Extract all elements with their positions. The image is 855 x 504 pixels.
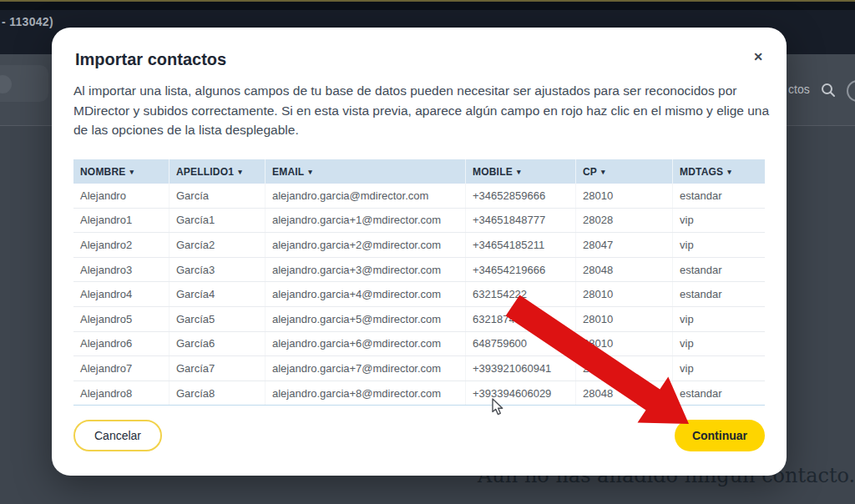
column-label: EMAIL <box>272 166 304 178</box>
table-row: Alejandro7García7alejandro.garcia+7@mdir… <box>73 356 765 381</box>
search-icon[interactable] <box>819 81 837 103</box>
table-cell: 28010 <box>575 332 672 356</box>
table-cell: vip <box>672 332 765 356</box>
table-row: Alejandro5García5alejandro.garcia+5@mdir… <box>73 307 765 332</box>
table-cell: alejandro.garcia+6@mdirector.com <box>265 332 465 356</box>
chevron-down-icon: ▾ <box>308 168 312 176</box>
table-cell: alejandro.garcia@mdirector.com <box>265 184 465 208</box>
table-header-row: NOMBRE▾APELLIDO1▾EMAIL▾MOBILE▾CP▾MDTAGS▾ <box>73 159 765 184</box>
table-cell: 6321874 <box>465 307 575 331</box>
column-label: MDTAGS <box>680 166 723 178</box>
column-header-mdtags[interactable]: MDTAGS▾ <box>672 159 765 184</box>
column-header-email[interactable]: EMAIL▾ <box>265 159 465 184</box>
table-cell: 28047 <box>575 233 672 257</box>
table-cell: García8 <box>169 381 265 406</box>
preview-table: NOMBRE▾APELLIDO1▾EMAIL▾MOBILE▾CP▾MDTAGS▾… <box>73 159 765 406</box>
chevron-down-icon: ▾ <box>517 168 521 176</box>
column-label: MOBILE <box>473 166 513 178</box>
table-cell: +34651848777 <box>465 209 575 233</box>
table-cell: estandar <box>672 282 765 306</box>
table-cell: 632154222 <box>465 282 575 306</box>
table-cell: alejandro.garcia+4@mdirector.com <box>265 282 465 306</box>
chevron-down-icon: ▾ <box>727 168 731 176</box>
table-row: Alejandro1García1alejandro.garcia+1@mdir… <box>73 209 765 234</box>
table-cell: vip <box>672 307 765 331</box>
table-cell: García3 <box>169 258 265 282</box>
table-cell: +34654219666 <box>465 258 575 282</box>
table-cell: García5 <box>169 307 265 331</box>
table-cell: García4 <box>169 282 265 306</box>
table-cell: vip <box>672 356 765 381</box>
table-cell: estandar <box>672 184 765 208</box>
table-row: AlejandroGarcíaalejandro.garcia@mdirecto… <box>73 184 765 209</box>
modal-title: Importar contactos <box>75 50 226 69</box>
table-cell: Alejandro5 <box>73 307 169 331</box>
table-cell: 28010 <box>575 184 672 208</box>
table-cell: estandar <box>672 258 765 282</box>
column-header-cp[interactable]: CP▾ <box>575 159 672 184</box>
column-header-apellido1[interactable]: APELLIDO1▾ <box>169 159 265 184</box>
table-row: Alejandro3García3alejandro.garcia+3@mdir… <box>73 258 765 283</box>
column-label: APELLIDO1 <box>176 166 234 178</box>
table-cell: 28048 <box>575 381 672 406</box>
table-cell: estandar <box>672 381 765 406</box>
table-cell: +34654185211 <box>465 233 575 257</box>
table-body: AlejandroGarcíaalejandro.garcia@mdirecto… <box>73 184 765 405</box>
table-cell: 28010 <box>575 282 672 306</box>
chevron-down-icon: ▾ <box>130 168 134 176</box>
table-cell: Alejandro6 <box>73 332 169 356</box>
table-cell: Alejandro7 <box>73 356 169 381</box>
table-cell: 28010 <box>575 307 672 331</box>
table-cell: alejandro.garcia+8@mdirector.com <box>265 381 465 406</box>
column-label: CP <box>583 166 597 178</box>
table-cell: alejandro.garcia+1@mdirector.com <box>265 209 465 233</box>
table-row: Alejandro4García4alejandro.garcia+4@mdir… <box>73 282 765 307</box>
table-row: Alejandro2García2alejandro.garcia+2@mdir… <box>73 233 765 258</box>
top-black-bar <box>0 2 855 10</box>
table-cell: Alejandro <box>73 184 169 208</box>
table-cell: vip <box>672 209 765 233</box>
table-cell: +34652859666 <box>465 184 575 208</box>
table-cell: García6 <box>169 332 265 356</box>
chevron-down-icon: ▾ <box>238 168 242 176</box>
import-contacts-modal: Importar contactos ✕ Al importar una lis… <box>52 28 787 476</box>
table-cell: Alejandro1 <box>73 209 169 233</box>
chevron-down-icon: ▾ <box>601 168 605 176</box>
table-cell: Alejandro4 <box>73 282 169 306</box>
modal-description: Al importar una lista, algunos campos de… <box>73 81 773 140</box>
close-icon[interactable]: ✕ <box>753 51 763 63</box>
table-cell: García <box>169 184 265 208</box>
table-cell: 28048 <box>575 258 672 282</box>
table-cell: 28010 <box>575 356 672 381</box>
table-cell: Alejandro8 <box>73 381 169 406</box>
table-cell: Alejandro2 <box>73 233 169 257</box>
table-cell: alejandro.garcia+5@mdirector.com <box>265 307 465 331</box>
table-cell: alejandro.garcia+3@mdirector.com <box>265 258 465 282</box>
list-id-text: - 113042) <box>2 15 53 28</box>
table-cell: García7 <box>169 356 265 381</box>
cancel-button[interactable]: Cancelar <box>73 420 162 451</box>
table-cell: Alejandro3 <box>73 258 169 282</box>
table-cell: García1 <box>169 209 265 233</box>
column-label: NOMBRE <box>80 166 126 178</box>
table-cell: +393921060941 <box>465 356 575 381</box>
table-cell: alejandro.garcia+7@mdirector.com <box>265 356 465 381</box>
table-cell: García2 <box>169 233 265 257</box>
column-header-mobile[interactable]: MOBILE▾ <box>465 159 575 184</box>
table-cell: 648759600 <box>465 332 575 356</box>
column-header-nombre[interactable]: NOMBRE▾ <box>73 159 169 184</box>
continue-button[interactable]: Continuar <box>675 420 765 451</box>
table-row: Alejandro6García6alejandro.garcia+6@mdir… <box>73 332 765 357</box>
contacts-count-text: ctos <box>788 83 810 96</box>
table-cell: vip <box>672 233 765 257</box>
table-cell: +393394606029 <box>465 381 575 406</box>
table-cell: 28028 <box>575 209 672 233</box>
table-cell: alejandro.garcia+2@mdirector.com <box>265 233 465 257</box>
table-row: Alejandro8García8alejandro.garcia+8@mdir… <box>73 381 765 406</box>
